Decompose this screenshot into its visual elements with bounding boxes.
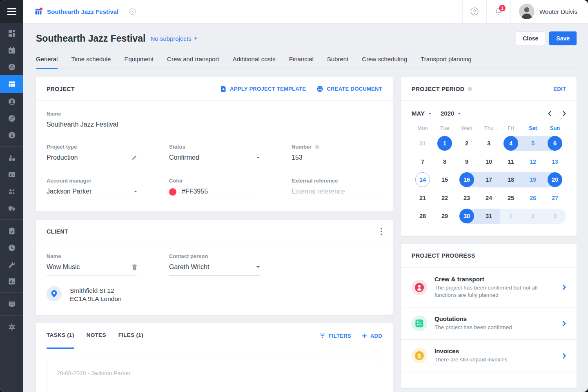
project-name-input[interactable]: Southearth Jazz Festival — [47, 120, 382, 133]
calendar-day[interactable]: 25 — [500, 189, 522, 207]
sidebar-item-settings[interactable] — [0, 318, 23, 335]
sidebar-item-contacts[interactable] — [0, 166, 23, 183]
tab-financial[interactable]: Financial — [289, 56, 314, 69]
calendar-day[interactable]: 26 — [522, 189, 544, 207]
year-select[interactable]: 2020 — [441, 110, 461, 117]
apply-project-template-button[interactable]: APPLY PROJECT TEMPLATE — [220, 85, 306, 92]
calendar-day[interactable]: 10 — [478, 153, 500, 171]
color-input[interactable]: #FF3955 — [182, 187, 260, 200]
month-select[interactable]: MAY — [412, 110, 432, 117]
calendar-day[interactable]: 21 — [412, 189, 434, 207]
calendar-day[interactable]: 31 — [478, 207, 500, 225]
client-name-input[interactable]: Wow Music — [47, 263, 137, 276]
calendar-day[interactable]: 20 — [544, 171, 566, 189]
help-button[interactable] — [462, 0, 486, 23]
close-tab-icon[interactable] — [129, 8, 136, 15]
calendar-day[interactable]: 30 — [456, 207, 478, 225]
pencil-icon[interactable] — [131, 155, 137, 160]
sidebar-item-time[interactable] — [0, 239, 23, 256]
notifications-button[interactable]: 1 — [486, 0, 510, 23]
account-manager-select[interactable]: Jackson Parker — [47, 187, 137, 200]
calendar-day[interactable]: 8 — [434, 153, 456, 171]
save-button[interactable]: Save — [549, 31, 577, 45]
calendar-day[interactable]: 4 — [500, 134, 522, 153]
tab-general[interactable]: General — [36, 56, 58, 69]
calendar-day[interactable]: 16 — [456, 171, 478, 189]
trash-icon[interactable] — [132, 264, 137, 270]
sidebar-item-crew[interactable] — [0, 183, 23, 200]
sidebar-item-repairs[interactable] — [0, 256, 23, 273]
tab-crew-scheduling[interactable]: Crew scheduling — [362, 56, 407, 69]
edit-period-button[interactable]: EDIT — [553, 86, 566, 92]
tab-transport-planning[interactable]: Transport planning — [421, 56, 472, 69]
calendar-day[interactable]: 29 — [434, 207, 456, 225]
calendar-day[interactable]: 7 — [412, 153, 434, 171]
calendar-day[interactable]: 1 — [434, 134, 456, 153]
create-document-button[interactable]: CREATE DOCUMENT — [316, 85, 382, 92]
calendar-day[interactable]: 15 — [434, 171, 456, 189]
next-month-button[interactable] — [562, 111, 566, 116]
sidebar-item-equipment[interactable] — [0, 149, 23, 166]
calendar-day[interactable]: 31 — [412, 134, 434, 153]
sidebar-item-reports[interactable] — [0, 273, 23, 290]
filters-button[interactable]: FILTERS — [319, 333, 351, 339]
calendar-day[interactable]: 17 — [478, 171, 500, 189]
sidebar-item-dashboard[interactable] — [0, 25, 23, 42]
sidebar-item-financial[interactable]: $ — [0, 127, 23, 143]
sidebar-item-people-planner[interactable] — [0, 58, 23, 75]
project-tab[interactable]: Southearth Jazz Festival — [23, 0, 146, 23]
location-pin-icon[interactable] — [47, 286, 62, 301]
calendar-day[interactable]: 18 — [500, 171, 522, 189]
calendar-day[interactable]: 28 — [412, 207, 434, 225]
kebab-menu-icon[interactable] — [381, 228, 382, 235]
calendar-day[interactable]: 24 — [478, 189, 500, 207]
calendar-day[interactable]: 5 — [522, 134, 544, 153]
tasks-tab-notes[interactable]: NOTES — [87, 323, 106, 349]
calendar-day[interactable]: 2 — [522, 207, 544, 225]
calendar-day[interactable]: 19 — [522, 171, 544, 189]
external-reference-input[interactable] — [292, 188, 382, 195]
sidebar-item-calendar[interactable] — [0, 42, 23, 58]
hamburger-menu-button[interactable] — [0, 0, 23, 23]
progress-item-quotations[interactable]: Quotations The project has been confirme… — [401, 307, 577, 339]
tab-equipment[interactable]: Equipment — [124, 56, 154, 69]
tasks-tab-files[interactable]: FILES (1) — [118, 323, 143, 349]
progress-item-invoices[interactable]: $ Invoices There are still unpaid invoic… — [401, 339, 577, 372]
prev-month-button[interactable] — [548, 111, 552, 116]
tasks-tab-tasks[interactable]: TASKS (1) — [47, 323, 74, 349]
calendar-day[interactable]: 6 — [544, 134, 566, 153]
project-type-input[interactable]: Production — [47, 154, 137, 166]
sidebar-item-tasks[interactable] — [0, 223, 23, 239]
sidebar-item-account[interactable] — [0, 93, 23, 110]
tab-crew-and-transport[interactable]: Crew and transport — [167, 56, 219, 69]
calendar-day[interactable]: 14 — [412, 171, 434, 189]
sidebar-item-transport[interactable] — [0, 200, 23, 216]
task-item[interactable]: 20-08-2020 - Jackson Parker — [47, 359, 382, 392]
contact-person-select[interactable]: Gareth Wricht — [169, 263, 260, 276]
info-dot-icon[interactable] — [315, 145, 319, 149]
calendar-day[interactable]: 3 — [544, 207, 566, 225]
calendar-day[interactable]: 9 — [456, 153, 478, 171]
calendar-day[interactable]: 11 — [500, 153, 522, 171]
color-swatch[interactable] — [169, 188, 176, 196]
sidebar-item-subscriptions[interactable] — [0, 296, 23, 312]
tab-subrent[interactable]: Subrent — [327, 56, 349, 69]
calendar-day[interactable]: 13 — [544, 153, 566, 171]
progress-item-crew-transport[interactable]: Crew & transport The project has been co… — [401, 268, 577, 307]
add-button[interactable]: ADD — [362, 333, 382, 339]
sidebar-item-projects[interactable] — [0, 75, 23, 93]
calendar-day[interactable]: 1 — [500, 207, 522, 225]
user-menu[interactable]: Wouter Duivis — [510, 0, 588, 23]
calendar-day[interactable]: 3 — [478, 134, 500, 153]
number-input[interactable]: 153 — [292, 154, 382, 166]
tab-time-schedule[interactable]: Time schedule — [71, 56, 111, 69]
calendar-day[interactable]: 27 — [544, 189, 566, 207]
status-select[interactable]: Confirmed — [169, 154, 260, 166]
sidebar-item-transfers[interactable] — [0, 110, 23, 127]
calendar-day[interactable]: 22 — [434, 189, 456, 207]
calendar-day[interactable]: 23 — [456, 189, 478, 207]
subprojects-dropdown[interactable]: No subprojects — [150, 35, 197, 42]
tab-additional-costs[interactable]: Additional costs — [233, 56, 276, 69]
calendar-day[interactable]: 2 — [456, 134, 478, 153]
close-button[interactable]: Close — [516, 31, 545, 45]
